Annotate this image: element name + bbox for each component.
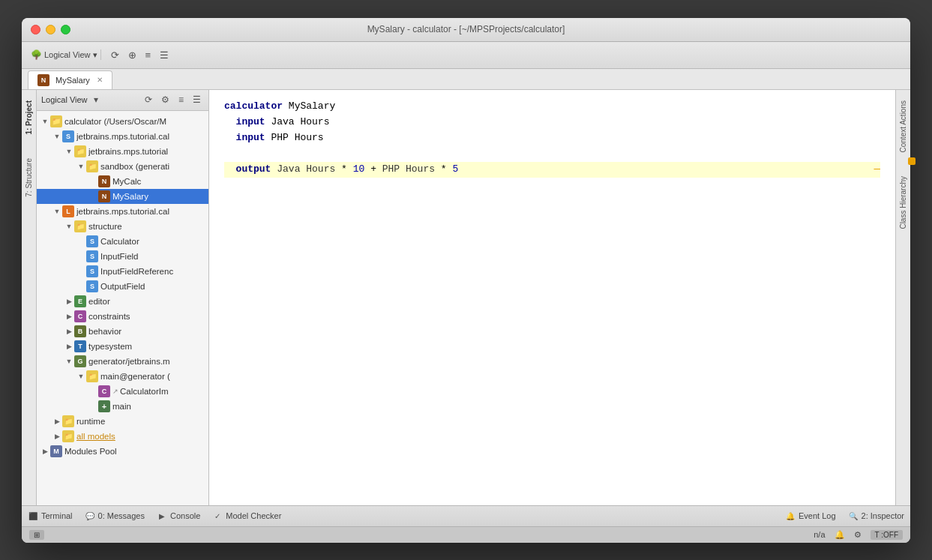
warning-gutter-icon: ─ <box>874 161 880 178</box>
bottom-console[interactable]: ▶ Console <box>157 511 200 521</box>
tree-item-generator[interactable]: ▼ G generator/jetbrains.m <box>37 354 208 369</box>
label-mycalc: MyCalc <box>112 177 141 186</box>
close-button[interactable] <box>31 25 40 34</box>
tree-item-mysalary[interactable]: ▶ N MySalary <box>37 189 208 204</box>
titlebar: MySalary - calculator - [~/MPSProjects/c… <box>22 18 910 42</box>
tree-item-modules-pool[interactable]: ▶ M Modules Pool <box>37 444 208 459</box>
tree-item-jetbrains-l[interactable]: ▼ L jetbrains.mps.tutorial.cal <box>37 204 208 219</box>
label-main-generator: main@generator ( <box>100 372 170 381</box>
code-op2: + <box>370 162 376 178</box>
keyword-calculator: calculator <box>224 99 283 115</box>
label-calculatorim: CalculatorIm <box>120 387 169 396</box>
logical-view-label[interactable]: 🌳 Logical View ▾ <box>31 49 97 60</box>
code-mysalary: MySalary <box>289 99 335 115</box>
tab-mysalary[interactable]: N MySalary ✕ <box>28 70 112 89</box>
tree-item-structure[interactable]: ▼ 📁 structure <box>37 219 208 234</box>
project-tree[interactable]: ▼ 📁 calculator (/Users/Oscar/M ▼ S jetbr… <box>37 111 208 505</box>
icon-runtime-folder: 📁 <box>62 415 74 427</box>
tree-item-outputfield[interactable]: ▶ S OutputField <box>37 279 208 294</box>
label-generator: generator/jetbrains.m <box>88 357 170 366</box>
icon-allmodels-folder: 📁 <box>62 430 74 442</box>
keyword-input1: input <box>236 115 265 130</box>
tree-item-editor[interactable]: ▶ E editor <box>37 294 208 309</box>
inspector-label: 2: Inspector <box>862 511 904 520</box>
icon-mysalary: N <box>98 190 110 202</box>
icon-mycalc: N <box>98 175 110 187</box>
icon-structure-folder: 📁 <box>74 220 86 232</box>
tree-item-calculator-struct[interactable]: ▶ S Calculator <box>37 234 208 249</box>
tree-item-jetbrains1[interactable]: ▼ S jetbrains.mps.tutorial.cal <box>37 129 208 144</box>
toggle-btn[interactable]: T :OFF <box>871 530 903 540</box>
tree-item-calculator[interactable]: ▼ 📁 calculator (/Users/Oscar/M <box>37 114 208 129</box>
bottom-inspector[interactable]: 🔍 2: Inspector <box>848 511 904 521</box>
panel-settings-btn[interactable]: ▾ <box>91 93 101 106</box>
tree-item-main[interactable]: ▶ + main <box>37 399 208 414</box>
expand-btn[interactable]: ⊞ <box>29 530 44 540</box>
icon-s1: S <box>62 130 74 142</box>
tree-item-inputfield[interactable]: ▶ S InputField <box>37 249 208 264</box>
tree-item-inputfieldref[interactable]: ▶ S InputFieldReferenc <box>37 264 208 279</box>
right-tab-context-actions[interactable]: Context Actions <box>898 96 909 157</box>
label-runtime: runtime <box>76 417 105 426</box>
icon-l: L <box>62 205 74 217</box>
filter-btn[interactable]: ≡ <box>142 47 155 63</box>
label-mysalary: MySalary <box>112 192 148 201</box>
code-line-2: input Java Hours <box>224 115 880 130</box>
code-java2: Java <box>277 162 300 178</box>
right-tab-class-hierarchy[interactable]: Class Hierarchy <box>898 172 909 234</box>
icon-main: + <box>98 400 110 412</box>
more-btn[interactable]: ☰ <box>156 47 172 63</box>
tree-item-runtime[interactable]: ▶ 📁 runtime <box>37 414 208 429</box>
tree-item-mycalc[interactable]: ▶ N MyCalc <box>37 174 208 189</box>
messages-label: 0: Messages <box>98 511 145 520</box>
tree-item-sandbox[interactable]: ▼ 📁 sandbox (generati <box>37 159 208 174</box>
sync-btn[interactable]: ⟳ <box>107 47 123 63</box>
toolbar-actions: ⟳ ⊕ ≡ ☰ <box>104 47 176 63</box>
minimize-button[interactable] <box>46 25 55 34</box>
panel-more-btn[interactable]: ☰ <box>190 93 204 106</box>
status-settings-icon: ⚙ <box>854 530 862 540</box>
panel-sync-btn[interactable]: ⟳ <box>142 93 155 106</box>
icon-inputfieldref: S <box>86 265 98 277</box>
icon-calculator-folder: 📁 <box>50 115 62 127</box>
toolbar: 🌳 Logical View ▾ ⟳ ⊕ ≡ ☰ <box>22 42 910 69</box>
code-line-1: calculator MySalary <box>224 99 880 115</box>
event-log-icon: 🔔 <box>785 511 796 521</box>
tree-item-main-generator[interactable]: ▼ 📁 main@generator ( <box>37 369 208 384</box>
tree-item-calculatorim[interactable]: ▶ C ↗ CalculatorIm <box>37 384 208 399</box>
keyword-input2: input <box>236 130 265 146</box>
tree-item-constraints[interactable]: ▶ C constraints <box>37 309 208 324</box>
tree-item-typesystem[interactable]: ▶ T typesystem <box>37 339 208 354</box>
tabbar: N MySalary ✕ <box>22 69 910 90</box>
icon-generator: G <box>74 355 86 367</box>
checker-icon: ✓ <box>212 511 223 521</box>
label-calculator-struct: Calculator <box>100 237 139 246</box>
terminal-icon: ⬛ <box>28 511 38 521</box>
editor-area: calculator MySalary input Java Hours inp… <box>209 90 895 505</box>
sidebar-tab-project[interactable]: 1: Project <box>23 96 34 139</box>
checker-label: Model Checker <box>226 511 281 520</box>
label-constraints: constraints <box>88 312 130 321</box>
sidebar-tab-structure[interactable]: 7: Structure <box>23 154 34 202</box>
tree-item-allmodels[interactable]: ▶ 📁 all models <box>37 429 208 444</box>
bottom-terminal[interactable]: ⬛ Terminal <box>28 511 73 521</box>
tab-close-button[interactable]: ✕ <box>97 76 103 84</box>
code-php1: PHP <box>271 130 288 146</box>
label-typesystem: typesystem <box>88 342 132 351</box>
panel-filter-btn[interactable]: ≡ <box>175 93 187 106</box>
editor-content[interactable]: calculator MySalary input Java Hours inp… <box>209 90 895 505</box>
tree-item-behavior[interactable]: ▶ B behavior <box>37 324 208 339</box>
panel-gear-btn[interactable]: ⚙ <box>158 93 172 106</box>
code-hours1: Hours <box>300 115 329 130</box>
tab-icon: N <box>37 74 49 86</box>
bottom-messages[interactable]: 💬 0: Messages <box>85 511 145 521</box>
code-hours4: Hours <box>406 162 435 178</box>
icon-calculator-s: S <box>86 235 98 247</box>
maximize-button[interactable] <box>61 25 70 34</box>
tree-item-jetbrains-tutorial[interactable]: ▼ 📁 jetbrains.mps.tutorial <box>37 144 208 159</box>
bottom-model-checker[interactable]: ✓ Model Checker <box>212 511 281 521</box>
right-sidebar: Context Actions Class Hierarchy <box>895 90 910 505</box>
settings-btn[interactable]: ⊕ <box>124 47 140 63</box>
bottom-event-log[interactable]: 🔔 Event Log <box>785 511 836 521</box>
label-calculator: calculator (/Users/Oscar/M <box>64 117 166 126</box>
